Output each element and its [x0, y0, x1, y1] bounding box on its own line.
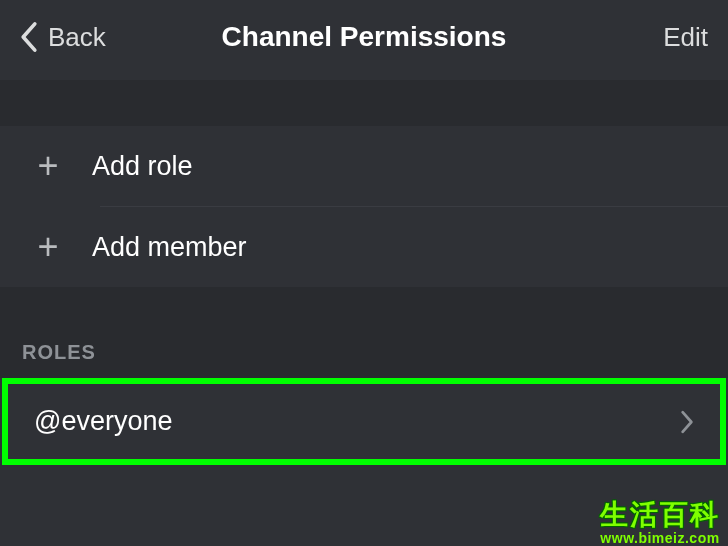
chevron-right-icon	[680, 410, 694, 434]
back-label: Back	[48, 22, 106, 53]
chevron-left-icon	[20, 21, 38, 53]
role-name: @everyone	[34, 406, 172, 437]
edit-button[interactable]: Edit	[663, 22, 708, 53]
back-button[interactable]: Back	[20, 21, 106, 53]
add-role-label: Add role	[92, 151, 193, 182]
page-title: Channel Permissions	[222, 21, 507, 53]
watermark-url: www.bimeiz.com	[600, 530, 720, 546]
add-member-label: Add member	[92, 232, 247, 263]
plus-icon: +	[36, 148, 60, 184]
roles-section-header: ROLES	[0, 341, 728, 378]
add-member-button[interactable]: + Add member	[0, 207, 728, 287]
highlight-box: @everyone	[2, 378, 726, 465]
spacer	[0, 287, 728, 341]
role-everyone[interactable]: @everyone	[8, 384, 720, 459]
watermark-text: 生活百科	[600, 496, 720, 534]
spacer	[0, 80, 728, 126]
action-list: + Add role + Add member	[0, 126, 728, 287]
watermark: 生活百科 www.bimeiz.com	[600, 496, 720, 546]
add-role-button[interactable]: + Add role	[0, 126, 728, 206]
plus-icon: +	[36, 229, 60, 265]
header: Back Channel Permissions Edit	[0, 0, 728, 80]
